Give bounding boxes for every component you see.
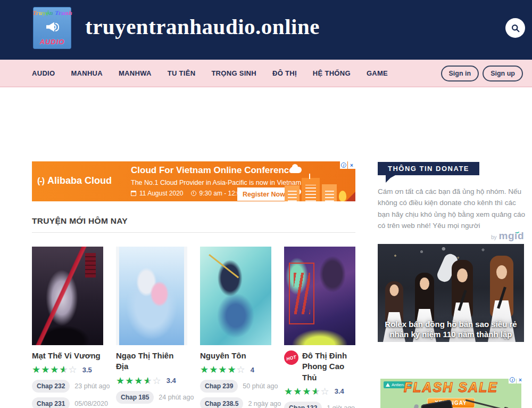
chapter-link[interactable]: Chap 185 — [116, 391, 154, 404]
native-ad-caption[interactable]: Rolex bán đồng hồ bản sao siêu rẻ nhân k… — [378, 319, 524, 339]
mgid-attribution[interactable]: by mgid — [491, 230, 524, 242]
star-icon: ☆ — [69, 365, 78, 374]
comics-grid: Mạt Thế Vi Vương ★★★★★☆ 3.5 Chap 232 23 … — [32, 247, 358, 408]
star-icon: ★ — [293, 387, 302, 396]
comic-title[interactable]: Đô Thị Đỉnh Phong Cao Thủ — [302, 350, 355, 383]
ad-close-icon[interactable]: × — [517, 376, 524, 383]
chapter-time: 2 ngày ago — [248, 400, 281, 407]
ad-brand: (-) Alibaba Cloud — [37, 175, 112, 186]
rating-value: 3.5 — [82, 366, 92, 374]
star-icon: ★ — [134, 376, 143, 386]
main-navbar: AUDIOMANHUAMANHWATU TIÊNTRỌNG SINHĐÔ THỊ… — [0, 60, 532, 87]
ad-info-icon[interactable]: i — [509, 376, 516, 383]
mgid-logo: mgid — [499, 230, 524, 242]
rating-row: ★★★★★☆ 3.4 — [116, 376, 187, 386]
nav-item-audio[interactable]: AUDIO — [32, 69, 55, 77]
nav-item-manhwa[interactable]: MANHWA — [119, 69, 152, 77]
chapter-link[interactable]: Chap 239 — [200, 380, 238, 393]
chapter-row: Chap 238.5 2 ngày ago — [200, 397, 271, 408]
comic-cover-image[interactable] — [32, 247, 103, 345]
flash-ad-panel: Antien.vn FLASH SALE XEM NGAY — [380, 379, 521, 408]
chapter-time: 50 phút ago — [243, 382, 278, 390]
chapter-row: Chap 185 24 phút ago — [116, 391, 187, 404]
star-rating: ★★★★★☆ — [32, 365, 78, 374]
star-icon: ★ — [218, 365, 227, 374]
chapter-row: Chap 232 23 phút ago — [32, 380, 103, 393]
star-icon: ★ — [302, 387, 311, 396]
calendar-icon — [131, 191, 136, 196]
comic-title-row: Ngạo Thị Thiên Địa — [116, 350, 187, 372]
star-icon: ★ — [32, 365, 41, 374]
site-header: Truyện Tranh AUDIO truyentranhaudio.onli… — [0, 0, 532, 60]
section-title: TRUYỆN MỚI HÔM NAY — [32, 216, 128, 226]
comic-cover-image[interactable] — [116, 247, 187, 345]
chapter-list: Chap 185 24 phút ago Chap 184 3 ngày ago — [116, 391, 187, 408]
sign-up-button[interactable]: Sign up — [483, 66, 523, 81]
star-rating: ★★★★★☆ — [116, 376, 162, 386]
site-logo[interactable]: Truyện Tranh AUDIO — [33, 7, 71, 49]
nav-item-game[interactable]: GAME — [367, 69, 388, 77]
comic-card: Nguyên Tôn ★★★★☆ 4 Chap 239 50 phút ago … — [200, 247, 271, 408]
comic-title-row: Mạt Thế Vi Vương — [32, 350, 103, 361]
chapter-time: 23 phút ago — [74, 382, 110, 390]
hot-badge: HOT — [282, 349, 300, 366]
register-now-button[interactable]: Register Now — [237, 187, 290, 201]
ad-brand-name: Alibaba Cloud — [47, 175, 112, 186]
star-icon: ★ — [284, 387, 293, 396]
ad-info-icon[interactable]: i — [340, 161, 347, 169]
speaker-icon — [45, 22, 59, 32]
donate-text: Cám ơn tất cả các bạn đã ủng hộ nhóm. Nế… — [378, 186, 528, 231]
star-icon: ★ — [41, 365, 50, 374]
nav-item-trọng-sinh[interactable]: TRỌNG SINH — [211, 69, 256, 77]
comic-cover-image[interactable] — [200, 247, 271, 345]
flash-sale-title: FLASH SALE — [380, 380, 521, 395]
comic-title[interactable]: Ngạo Thị Thiên Địa — [116, 350, 187, 372]
star-icon: ★ — [209, 365, 218, 374]
nav-item-hệ-thống[interactable]: HỆ THỐNG — [313, 69, 351, 77]
chapter-link[interactable]: Chap 132 — [284, 402, 322, 408]
star-icon: ★ — [227, 365, 236, 374]
ad-subtitle: The No.1 Cloud Provider in Asia-Pacific … — [131, 179, 301, 186]
sign-in-button[interactable]: Sign in — [441, 66, 479, 81]
ad-title: Cloud For Vietnam Online Conference — [131, 165, 294, 176]
clock-icon — [191, 191, 196, 196]
rating-value: 3.4 — [335, 387, 344, 395]
ad-close-icon[interactable]: × — [348, 161, 355, 169]
star-icon: ★★ — [143, 376, 152, 386]
chapter-link[interactable]: Chap 231 — [32, 397, 70, 408]
flash-sale-ad[interactable]: Antien.vn FLASH SALE XEM NGAY i × — [378, 376, 524, 408]
star-icon: ★ — [116, 376, 125, 386]
nav-item-manhua[interactable]: MANHUA — [71, 69, 103, 77]
chapter-link[interactable]: Chap 232 — [32, 380, 70, 393]
chapter-row: Chap 132 1 giờ ago — [284, 402, 355, 408]
search-button[interactable] — [505, 18, 525, 38]
rating-row: ★★★★☆ 4 — [200, 364, 271, 375]
chapter-link[interactable]: Chap 238.5 — [200, 397, 243, 408]
logo-audio-text: AUDIO — [40, 38, 65, 46]
comic-card: HOT Đô Thị Đỉnh Phong Cao Thủ ★★★★★☆ 3.4… — [284, 247, 355, 408]
native-ad[interactable]: Rolex bán đồng hồ bản sao siêu rẻ nhân k… — [378, 244, 524, 342]
star-icon: ★ — [50, 365, 59, 374]
search-icon — [510, 23, 521, 34]
chapter-time: 1 giờ ago — [327, 404, 355, 408]
nav-item-đô-thị[interactable]: ĐÔ THỊ — [272, 69, 297, 77]
star-icon: ☆ — [237, 365, 246, 374]
star-icon: ★ — [125, 376, 134, 386]
auth-buttons: Sign in Sign up — [441, 66, 523, 81]
chapter-time: 05/08/2020 — [74, 400, 108, 407]
site-title[interactable]: truyentranhaudio.online — [85, 14, 320, 39]
ad-date: 11 August 2020 — [139, 190, 184, 197]
comic-title[interactable]: Nguyên Tôn — [200, 350, 246, 361]
comic-title[interactable]: Mạt Thế Vi Vương — [32, 350, 101, 361]
comic-cover-image[interactable] — [284, 247, 355, 345]
star-icon: ☆ — [321, 387, 330, 396]
chapter-list: Chap 132 1 giờ ago Chap 131 05/08/2020 — [284, 402, 355, 408]
microphone-image — [412, 404, 419, 408]
alibaba-cloud-ad-banner[interactable]: (-) Alibaba Cloud Cloud For Vietnam Onli… — [32, 161, 355, 201]
comic-card: Mạt Thế Vi Vương ★★★★★☆ 3.5 Chap 232 23 … — [32, 247, 103, 408]
star-icon: ★ — [200, 365, 209, 374]
star-icon: ★★ — [59, 365, 68, 374]
ad-choices: i × — [339, 161, 355, 169]
section-divider — [32, 232, 355, 233]
nav-item-tu-tiên[interactable]: TU TIÊN — [168, 69, 196, 77]
